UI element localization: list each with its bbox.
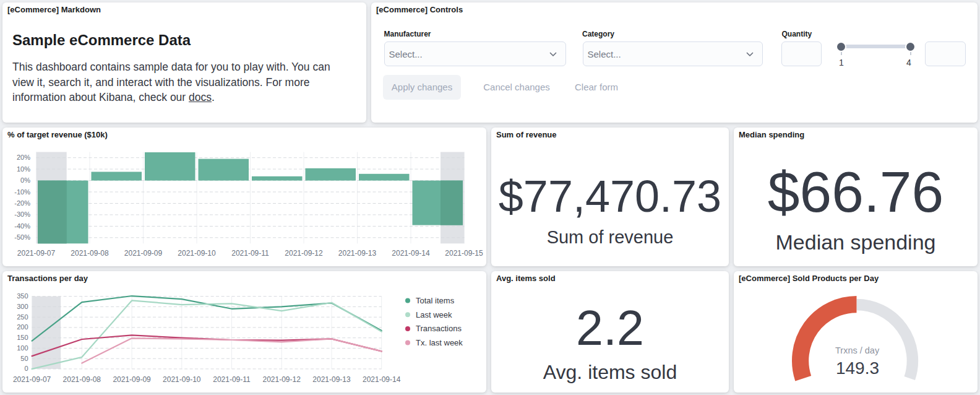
svg-text:20%: 20%	[17, 154, 30, 161]
svg-text:-20%: -20%	[14, 199, 30, 207]
svg-text:250: 250	[17, 313, 28, 321]
svg-text:2021-09-09: 2021-09-09	[113, 375, 151, 384]
svg-text:2021-09-12: 2021-09-12	[263, 375, 301, 384]
svg-text:0%: 0%	[20, 176, 30, 184]
svg-text:2021-09-07: 2021-09-07	[13, 375, 51, 384]
svg-text:Total items: Total items	[416, 296, 455, 305]
svg-text:2021-09-12: 2021-09-12	[285, 249, 323, 258]
svg-text:150: 150	[17, 334, 28, 341]
svg-text:2021-09-08: 2021-09-08	[63, 375, 101, 384]
svg-text:2021-09-08: 2021-09-08	[71, 249, 109, 258]
svg-text:-30%: -30%	[14, 211, 30, 218]
svg-text:Transactions: Transactions	[416, 324, 462, 333]
svg-text:149.3: 149.3	[836, 358, 879, 378]
svg-text:0: 0	[24, 365, 28, 372]
svg-text:2021-09-07: 2021-09-07	[17, 249, 56, 258]
svg-text:2021-09-13: 2021-09-13	[338, 249, 377, 258]
svg-text:100: 100	[17, 344, 28, 352]
svg-text:2021-09-14: 2021-09-14	[363, 375, 401, 384]
svg-text:50: 50	[20, 355, 28, 362]
svg-text:200: 200	[17, 323, 28, 331]
svg-text:2021-09-15: 2021-09-15	[445, 249, 483, 258]
svg-text:Last week: Last week	[416, 310, 452, 319]
svg-text:2021-09-10: 2021-09-10	[178, 249, 216, 258]
svg-text:2021-09-11: 2021-09-11	[231, 249, 269, 258]
svg-text:2021-09-13: 2021-09-13	[312, 375, 351, 384]
svg-text:2021-09-10: 2021-09-10	[163, 375, 201, 384]
svg-text:Trxns / day: Trxns / day	[835, 345, 880, 355]
svg-text:2021-09-09: 2021-09-09	[124, 249, 163, 258]
svg-text:2021-09-11: 2021-09-11	[213, 375, 251, 384]
svg-text:350: 350	[17, 292, 28, 300]
svg-text:10%: 10%	[17, 165, 30, 173]
svg-text:-10%: -10%	[14, 188, 30, 196]
svg-text:-40%: -40%	[14, 222, 30, 230]
svg-text:300: 300	[17, 303, 28, 310]
svg-text:-50%: -50%	[14, 233, 30, 241]
svg-text:Tx. last week: Tx. last week	[416, 338, 463, 347]
svg-text:2021-09-14: 2021-09-14	[392, 249, 430, 258]
